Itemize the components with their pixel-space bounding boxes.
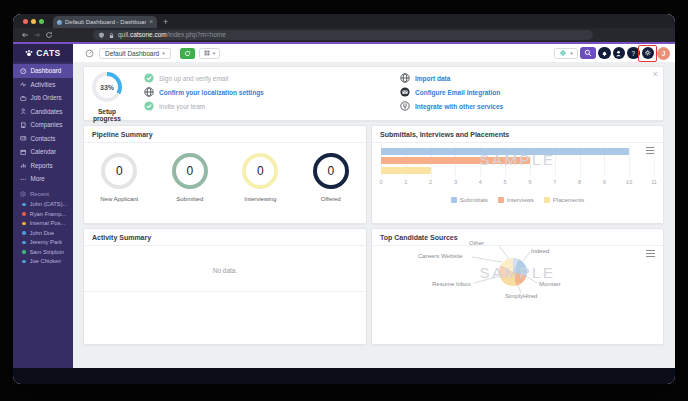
check-circle-icon	[144, 73, 154, 83]
activity-summary-card: Activity Summary No data.	[83, 228, 367, 345]
gear-icon	[559, 49, 567, 57]
sidebar-item-job-orders[interactable]: Job Orders	[13, 91, 73, 105]
sidebar-item-activities[interactable]: Activities	[13, 78, 73, 92]
recent-item[interactable]: Sam Striploin	[13, 247, 73, 257]
traffic-light-close[interactable]	[23, 19, 28, 24]
pie-leader-line	[518, 285, 521, 293]
plug-icon	[400, 101, 410, 111]
tab-close-icon[interactable]: ×	[149, 19, 153, 25]
window-bottom-strip	[13, 368, 675, 384]
pie-slice-label: SimplyHired	[505, 293, 537, 299]
layout-menu-button[interactable]: ▾	[199, 48, 220, 59]
browser-window: Default Dashboard - Dashboar... × + quil…	[13, 14, 675, 384]
x-axis-tick-label: 8	[578, 179, 581, 185]
traffic-light-zoom[interactable]	[39, 19, 44, 24]
dashboard-gauge-icon	[85, 49, 94, 58]
setup-task[interactable]: Confirm your localization settings	[144, 86, 264, 98]
cats-logo[interactable]: CATS	[13, 44, 73, 62]
building-icon	[20, 122, 27, 129]
bar-chart-icon	[20, 162, 27, 169]
close-setup-icon[interactable]: ×	[653, 69, 658, 79]
pie-slice-label: Careers Website	[418, 253, 463, 259]
stage-circle: 0	[101, 153, 137, 189]
search-button[interactable]	[580, 47, 596, 59]
lock-icon[interactable]	[108, 32, 115, 39]
sidebar-item-contacts[interactable]: Contacts	[13, 132, 73, 146]
recent-item[interactable]: Internal Pos...	[13, 219, 73, 229]
setup-task[interactable]: Import data	[400, 72, 450, 84]
refresh-icon	[184, 50, 191, 57]
sidebar-item-dashboard[interactable]: Dashboard	[13, 64, 73, 78]
divider	[84, 291, 366, 292]
settings-dropdown-button[interactable]: ▾	[554, 48, 578, 59]
recent-item-dot	[22, 203, 26, 207]
pipeline-stage[interactable]: 0 New Applicant	[84, 143, 155, 225]
tab-title: Default Dashboard - Dashboar...	[65, 19, 146, 25]
sample-watermark: SAMPLE	[372, 151, 663, 168]
recent-item-dot	[22, 222, 26, 226]
legend-item: Submittals	[451, 197, 488, 203]
legend-label: Interviews	[507, 197, 534, 203]
pipeline-stage[interactable]: 0 Submitted	[155, 143, 226, 225]
dashboard-selector-label: Default Dashboard	[105, 50, 159, 57]
x-axis-tick-label: 9	[603, 179, 606, 185]
calendar-icon	[20, 149, 27, 156]
person-icon	[20, 108, 27, 115]
card-title: Submittals, Interviews and Placements	[372, 126, 663, 143]
legend-item: Interviews	[498, 197, 534, 203]
recent-item[interactable]: Jeremy Park	[13, 238, 73, 248]
x-axis-tick-label: 3	[454, 179, 457, 185]
forward-icon[interactable]	[33, 31, 41, 39]
recent-item[interactable]: Joe Chicken	[13, 257, 73, 267]
notifications-button[interactable]	[598, 47, 611, 60]
pipeline-summary-card: Pipeline Summary 0 New Applicant 0 Submi…	[83, 125, 367, 224]
recent-header: Recent	[13, 189, 73, 200]
sidebar-item-candidates[interactable]: Candidates	[13, 105, 73, 119]
sidebar-item-companies[interactable]: Companies	[13, 118, 73, 132]
chart-legend: SubmittalsInterviewsPlacements	[372, 197, 663, 203]
pie-leader-lines	[372, 229, 665, 346]
x-axis-tick-label: 7	[553, 179, 556, 185]
search-icon	[584, 49, 592, 57]
pipeline-stage[interactable]: 0 Interviewing	[225, 143, 296, 225]
candidate-sources-card: Top Candidate Sources OtherIndeedMonster…	[371, 228, 664, 345]
card-title: Pipeline Summary	[84, 126, 366, 143]
address-bar[interactable]: quil.catsone.com/index.php?m=home	[93, 30, 593, 40]
recent-item[interactable]: Ryan Framp...	[13, 209, 73, 219]
browser-tab-bar: Default Dashboard - Dashboar... × +	[13, 14, 675, 28]
screenshot-root: Default Dashboard - Dashboar... × + quil…	[0, 0, 688, 401]
setup-task[interactable]: Integrate with other services	[400, 100, 503, 112]
pie-slice-label: Indeed	[531, 248, 549, 254]
pie-slice-label: Other	[469, 240, 484, 246]
activities-icon	[20, 81, 27, 88]
reload-icon[interactable]	[45, 31, 53, 39]
bell-icon	[601, 50, 608, 57]
recent-item[interactable]: John (CATS)...	[13, 200, 73, 210]
setup-task: Invite your team	[144, 100, 205, 112]
url-text: quil.catsone.com/index.php?m=home	[118, 30, 226, 40]
traffic-light-minimize[interactable]	[31, 19, 36, 24]
dashboard-selector[interactable]: Default Dashboard ▾	[99, 48, 171, 59]
sidebar-item-reports[interactable]: Reports	[13, 159, 73, 173]
pie-leader-line	[472, 257, 502, 262]
recent-item-dot	[22, 241, 26, 245]
user-avatar[interactable]: J	[657, 47, 670, 60]
setup-task[interactable]: Configure Email Integration	[400, 86, 500, 98]
sidebar: Dashboard Activities Job Orders Candidat…	[13, 62, 73, 368]
pipeline-stage[interactable]: 0 Offered	[296, 143, 367, 225]
recent-item[interactable]: John Doe	[13, 228, 73, 238]
clock-icon	[20, 191, 26, 197]
profile-button[interactable]	[613, 47, 626, 60]
back-icon[interactable]	[21, 31, 29, 39]
pie-leader-line	[523, 252, 530, 261]
shield-icon[interactable]	[98, 32, 105, 39]
new-tab-button[interactable]: +	[163, 16, 168, 28]
paw-icon	[25, 49, 33, 57]
question-mark-icon: ?	[631, 50, 635, 57]
globe-icon	[400, 73, 410, 83]
browser-tab[interactable]: Default Dashboard - Dashboar... ×	[53, 16, 157, 28]
sidebar-item-more[interactable]: More	[13, 172, 73, 186]
refresh-dashboard-button[interactable]	[180, 48, 195, 59]
sidebar-item-calendar[interactable]: Calendar	[13, 145, 73, 159]
check-circle-icon	[144, 101, 154, 111]
